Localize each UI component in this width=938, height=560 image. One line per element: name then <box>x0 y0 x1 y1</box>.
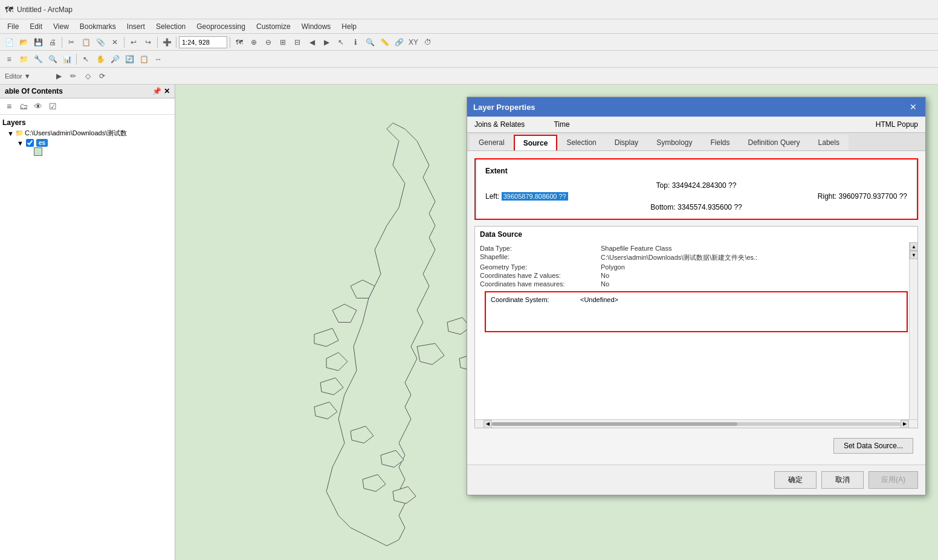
swipe-btn[interactable]: ↔ <box>152 53 165 66</box>
tab-labels[interactable]: Labels <box>809 135 849 150</box>
layers-label: Layers <box>2 117 172 128</box>
save-btn[interactable]: 💾 <box>31 36 45 49</box>
full-extent-btn[interactable]: 🗺 <box>233 36 246 49</box>
tab-joins-relates[interactable]: Joins & Relates <box>472 119 527 130</box>
svg-marker-4 <box>326 353 348 371</box>
menu-geoprocessing[interactable]: Geoprocessing <box>192 21 250 32</box>
ds-value-geomtype: Polygon <box>601 263 625 271</box>
menu-edit[interactable]: Edit <box>25 21 47 32</box>
toc-btn[interactable]: ≡ <box>2 53 16 66</box>
add-data-btn[interactable]: ➕ <box>160 36 173 49</box>
menu-selection[interactable]: Selection <box>151 21 190 32</box>
measure-btn[interactable]: 📏 <box>378 36 391 49</box>
zoom-btn[interactable]: 🔎 <box>108 53 121 66</box>
coord-value: <Undefined> <box>580 296 618 303</box>
scroll-right-arrow[interactable]: ▶ <box>901 420 909 428</box>
toc-content: Layers ▼ 📁 C:\Users\admin\Downloads\测试数 … <box>0 115 175 560</box>
tab-definition-query[interactable]: Definition Query <box>739 135 809 150</box>
layer-symbol <box>34 147 42 156</box>
search-btn[interactable]: 🔍 <box>46 53 59 66</box>
ds-v-scrollbar[interactable]: ▲ ▼ <box>909 242 917 419</box>
pan-btn[interactable]: ✋ <box>94 53 107 66</box>
ds-label-measures: Coordinates have measures: <box>480 280 601 288</box>
arctoolbox-btn[interactable]: 🔧 <box>31 53 45 66</box>
toc-toolbar: ≡ 🗂 👁 ☑ <box>0 98 175 115</box>
cut-btn[interactable]: ✂ <box>65 36 78 49</box>
apply-btn[interactable]: 应用(A) <box>868 471 918 489</box>
scroll-down-arrow[interactable]: ▼ <box>910 251 917 259</box>
expand-icon[interactable]: ▼ <box>7 130 14 137</box>
scroll-up-arrow[interactable]: ▲ <box>910 242 917 251</box>
expand-icon2[interactable]: ▼ <box>17 140 24 147</box>
toc-pin-icon[interactable]: 📌 <box>152 87 161 95</box>
sep6 <box>76 54 77 65</box>
scroll-left-arrow[interactable]: ◀ <box>484 420 492 428</box>
fixed-zoom-in-btn[interactable]: ⊞ <box>276 36 289 49</box>
open-btn[interactable]: 📂 <box>17 36 30 49</box>
set-data-source-btn[interactable]: Set Data Source... <box>833 438 913 454</box>
select-btn[interactable]: ↖ <box>334 36 348 49</box>
menu-view[interactable]: View <box>48 21 74 32</box>
ds-h-scrollbar[interactable]: ◀ ▶ <box>475 419 917 428</box>
menu-windows[interactable]: Windows <box>297 21 336 32</box>
zoom-out-btn[interactable]: ⊖ <box>262 36 275 49</box>
tab-source[interactable]: Source <box>514 135 558 150</box>
cancel-btn[interactable]: 取消 <box>821 471 864 489</box>
scale-input[interactable] <box>179 36 227 48</box>
fixed-zoom-out-btn[interactable]: ⊟ <box>291 36 304 49</box>
zoom-in-btn[interactable]: ⊕ <box>247 36 260 49</box>
undo-btn[interactable]: ↩ <box>127 36 140 49</box>
vertex-btn[interactable]: ◇ <box>81 69 94 83</box>
menu-file[interactable]: File <box>2 21 24 32</box>
paste-btn[interactable]: 📎 <box>94 36 107 49</box>
new-btn[interactable]: 📄 <box>2 36 16 49</box>
hyperlink-btn[interactable]: 🔗 <box>392 36 406 49</box>
reshape-btn[interactable]: ⟳ <box>95 69 109 83</box>
table-btn[interactable]: 📋 <box>137 53 150 66</box>
xy-btn[interactable]: XY <box>407 36 420 49</box>
app-icon: 🗺 <box>5 5 13 14</box>
tab-html-popup[interactable]: HTML Popup <box>873 119 920 130</box>
tab-symbology[interactable]: Symbology <box>647 135 701 150</box>
back-btn[interactable]: ◀ <box>305 36 319 49</box>
forward-btn[interactable]: ▶ <box>320 36 333 49</box>
sep4 <box>176 37 176 48</box>
toc-list-view[interactable]: ≡ <box>2 100 16 113</box>
tab-display[interactable]: Display <box>606 135 647 150</box>
identify-btn[interactable]: ℹ <box>349 36 362 49</box>
tab-general[interactable]: General <box>470 135 514 150</box>
catalog-btn[interactable]: 📁 <box>17 53 30 66</box>
time-btn[interactable]: ⏱ <box>421 36 435 49</box>
coord-row: Coordinate System: <Undefined> <box>491 296 902 303</box>
menu-help[interactable]: Help <box>337 21 361 32</box>
menu-bookmarks[interactable]: Bookmarks <box>75 21 121 32</box>
layer-checkbox[interactable] <box>26 139 34 147</box>
toc-header: able Of Contents 📌 ✕ <box>0 85 175 98</box>
refresh-btn[interactable]: 🔄 <box>123 53 136 66</box>
tab-selection[interactable]: Selection <box>557 135 605 150</box>
toc-close-icon[interactable]: ✕ <box>164 87 170 95</box>
edit-btn[interactable]: ▶ <box>52 69 65 83</box>
h-scroll-track[interactable] <box>492 422 901 426</box>
results-btn[interactable]: 📊 <box>60 53 74 66</box>
toc-layer-item[interactable]: ▼ es <box>2 138 172 147</box>
copy-btn[interactable]: 📋 <box>79 36 92 49</box>
print-btn[interactable]: 🖨 <box>46 36 59 49</box>
menu-insert[interactable]: Insert <box>122 21 150 32</box>
select-elements-btn[interactable]: ↖ <box>79 53 92 66</box>
toc-vis-view[interactable]: 👁 <box>31 100 45 113</box>
confirm-btn[interactable]: 确定 <box>774 471 817 489</box>
tab-fields[interactable]: Fields <box>702 135 739 150</box>
dialog-title: Layer Properties <box>473 103 535 112</box>
redo-btn[interactable]: ↪ <box>141 36 155 49</box>
toc-source-view[interactable]: 🗂 <box>17 100 30 113</box>
menu-customize[interactable]: Customize <box>251 21 296 32</box>
sketch-btn[interactable]: ✏ <box>66 69 80 83</box>
dialog-close-btn[interactable]: ✕ <box>907 101 919 113</box>
delete-btn[interactable]: ✕ <box>108 36 121 49</box>
ds-value-shapefile: C:\Users\admin\Downloads\测试数据\新建文件夹\es.: <box>601 253 757 262</box>
svg-marker-6 <box>314 402 337 419</box>
toc-selection-view[interactable]: ☑ <box>46 100 59 113</box>
tab-time[interactable]: Time <box>551 119 572 130</box>
find-btn[interactable]: 🔍 <box>363 36 377 49</box>
